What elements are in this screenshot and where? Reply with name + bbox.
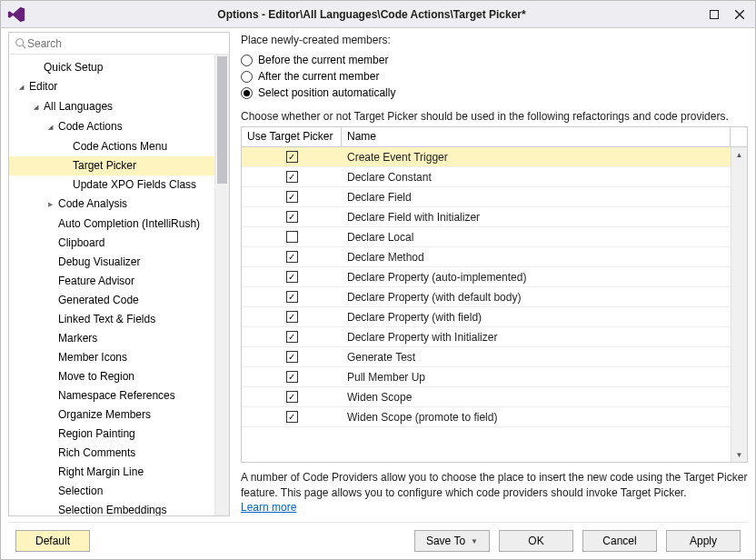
learn-more-link[interactable]: Learn more: [241, 501, 296, 514]
save-to-button[interactable]: Save To ▼: [414, 530, 490, 552]
col-name[interactable]: Name: [342, 127, 731, 146]
table-row[interactable]: Declare Property (with field): [242, 307, 731, 327]
search-input[interactable]: [27, 37, 224, 50]
tree-item[interactable]: Right Margin Line: [9, 463, 214, 482]
tree-item[interactable]: Move to Region: [9, 367, 214, 386]
use-target-picker-checkbox[interactable]: [286, 391, 298, 403]
use-target-picker-checkbox[interactable]: [286, 411, 298, 423]
radio-icon[interactable]: [241, 87, 253, 99]
placement-radio[interactable]: Select position automatically: [241, 86, 748, 99]
table-row[interactable]: Declare Property (auto-implemented): [242, 267, 731, 287]
tree-item-label: Selection: [58, 485, 103, 497]
tree-item[interactable]: Code Analysis: [9, 195, 214, 215]
use-target-picker-checkbox[interactable]: [286, 211, 298, 223]
tree-item-label: Code Actions Menu: [73, 140, 167, 153]
table-row[interactable]: Declare Property with Initializer: [242, 327, 731, 347]
search-box[interactable]: [9, 33, 229, 55]
footnote-text: A number of Code Providers allow you to …: [241, 471, 747, 498]
tree-item[interactable]: Target Picker: [9, 156, 214, 175]
table-row[interactable]: Create Event Trigger: [242, 147, 731, 167]
tree-item[interactable]: Debug Visualizer: [9, 253, 214, 272]
use-target-picker-checkbox[interactable]: [286, 251, 298, 263]
apply-button[interactable]: Apply: [666, 530, 741, 552]
close-icon[interactable]: [733, 8, 746, 21]
default-button[interactable]: Default: [15, 530, 90, 552]
row-name: Widen Scope (promote to field): [342, 411, 731, 424]
tree-item[interactable]: Code Actions Menu: [9, 137, 214, 156]
use-target-picker-checkbox[interactable]: [286, 151, 298, 163]
footnote: A number of Code Providers allow you to …: [241, 470, 748, 515]
tree-item-label: Quick Setup: [44, 61, 103, 74]
table-row[interactable]: Generate Test: [242, 347, 731, 367]
grid-scrollbar[interactable]: ▲ ▼: [731, 147, 747, 462]
tree-item[interactable]: Region Painting: [9, 425, 214, 444]
placement-radio[interactable]: After the current member: [241, 70, 748, 83]
col-use-target-picker[interactable]: Use Target Picker: [242, 127, 342, 146]
table-row[interactable]: Pull Member Up: [242, 367, 731, 387]
tree-item-label: Markers: [58, 332, 97, 345]
table-row[interactable]: Widen Scope: [242, 387, 731, 407]
tree-caret-icon[interactable]: [45, 194, 55, 214]
tree-item[interactable]: Rich Comments: [9, 444, 214, 463]
tree-item-label: Generated Code: [58, 294, 139, 306]
use-target-picker-checkbox[interactable]: [286, 351, 298, 363]
placement-radio[interactable]: Before the current member: [241, 54, 748, 66]
use-target-picker-checkbox[interactable]: [286, 271, 298, 283]
use-target-picker-checkbox[interactable]: [286, 171, 298, 183]
tree-item[interactable]: Member Icons: [9, 348, 214, 367]
tree-item[interactable]: Clipboard: [9, 234, 214, 253]
tree-caret-icon[interactable]: [31, 96, 40, 116]
table-row[interactable]: Declare Field: [242, 187, 731, 207]
tree-item[interactable]: Selection Embeddings: [9, 501, 214, 515]
table-row[interactable]: Declare Local: [242, 227, 731, 247]
table-row[interactable]: Declare Property (with default body): [242, 287, 731, 307]
tree-caret-icon[interactable]: [16, 76, 25, 96]
table-row[interactable]: Declare Constant: [242, 167, 731, 187]
tree-scrollbar[interactable]: [214, 55, 229, 515]
use-target-picker-checkbox[interactable]: [286, 371, 298, 383]
scroll-thumb[interactable]: [217, 56, 227, 184]
radio-icon[interactable]: [241, 71, 253, 83]
tree-item[interactable]: Feature Advisor: [9, 272, 214, 291]
target-picker-grid: Use Target Picker Name Create Event Trig…: [241, 126, 748, 463]
table-row[interactable]: Widen Scope (promote to field): [242, 407, 731, 427]
tree-item[interactable]: Quick Setup: [9, 58, 214, 77]
titlebar: Options - Editor\All Languages\Code Acti…: [1, 1, 755, 28]
ok-button[interactable]: OK: [499, 530, 573, 552]
use-target-picker-checkbox[interactable]: [286, 311, 298, 323]
tree-item[interactable]: Selection: [9, 482, 214, 501]
use-target-picker-checkbox[interactable]: [286, 331, 298, 343]
row-name: Declare Field: [342, 191, 731, 204]
tree-item[interactable]: All Languages: [9, 97, 214, 117]
tree-item[interactable]: Editor: [9, 77, 214, 97]
use-target-picker-checkbox[interactable]: [286, 191, 298, 203]
tree-item-label: Feature Advisor: [58, 275, 134, 287]
row-name: Widen Scope: [342, 391, 731, 404]
maximize-icon[interactable]: [708, 8, 721, 21]
use-target-picker-checkbox[interactable]: [286, 231, 298, 243]
tree-item[interactable]: Update XPO Fields Class: [9, 175, 214, 195]
tree-item[interactable]: Linked Text & Fields: [9, 310, 214, 329]
tree-item[interactable]: Organize Members: [9, 405, 214, 425]
grid-header: Use Target Picker Name: [242, 127, 747, 147]
cancel-button[interactable]: Cancel: [582, 530, 657, 552]
chevron-down-icon: ▼: [471, 537, 478, 545]
tree-item[interactable]: Namespace References: [9, 386, 214, 405]
tree-item[interactable]: Generated Code: [9, 291, 214, 310]
use-target-picker-checkbox[interactable]: [286, 291, 298, 303]
table-row[interactable]: Declare Method: [242, 247, 731, 267]
scroll-down-icon[interactable]: ▼: [731, 447, 747, 462]
options-tree[interactable]: Quick SetupEditorAll LanguagesCode Actio…: [9, 55, 214, 515]
choose-description: Choose whether or not Target Picker shou…: [241, 110, 748, 123]
tree-item[interactable]: Code Actions: [9, 117, 214, 137]
row-name: Declare Property (with field): [342, 311, 731, 324]
tree-item[interactable]: Markers: [9, 329, 214, 348]
scroll-up-icon[interactable]: ▲: [731, 147, 747, 162]
search-icon: [15, 37, 27, 50]
tree-item[interactable]: Auto Completion (IntelliRush): [9, 215, 214, 234]
table-row[interactable]: Declare Field with Initializer: [242, 207, 731, 227]
svg-line-4: [23, 45, 26, 48]
radio-icon[interactable]: [241, 55, 253, 66]
tree-caret-icon[interactable]: [45, 116, 55, 136]
radio-label: After the current member: [258, 70, 379, 83]
